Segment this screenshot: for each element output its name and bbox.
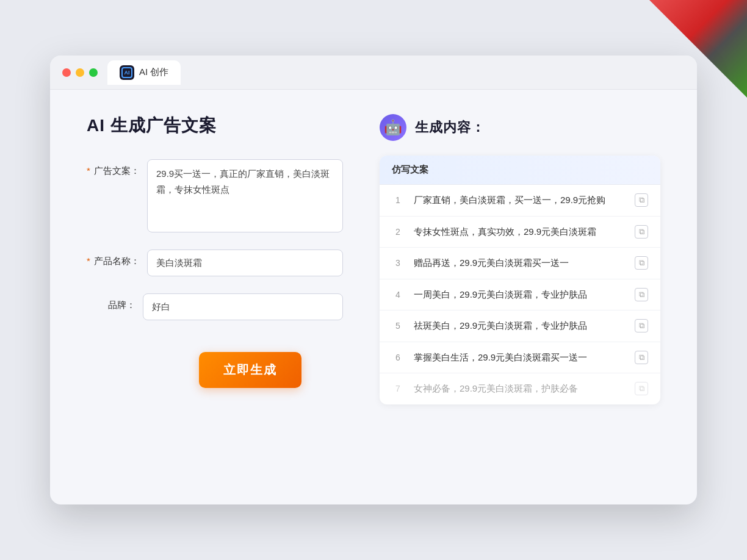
maximize-button[interactable]	[89, 68, 98, 77]
row-number: 7	[392, 384, 404, 393]
label-brand: 品牌：	[87, 293, 135, 311]
copy-icon[interactable]	[635, 256, 648, 270]
label-ad-copy: * 广告文案：	[87, 159, 140, 177]
tab-ai-creation[interactable]: AI AI 创作	[107, 60, 181, 85]
required-star-ad-copy: *	[87, 165, 90, 176]
tab-label: AI 创作	[139, 66, 168, 78]
row-text: 一周美白，29.9元美白淡斑霜，专业护肤品	[414, 288, 625, 302]
form-row-brand: 品牌：	[87, 293, 343, 320]
copy-icon[interactable]	[635, 193, 648, 207]
left-panel: AI 生成广告文案 * 广告文案： 29.9买一送一，真正的厂家直销，美白淡斑霜…	[87, 114, 343, 480]
table-row: 4一周美白，29.9元美白淡斑霜，专业护肤品	[380, 279, 660, 311]
result-header: 生成内容：	[380, 114, 660, 141]
ai-icon: AI	[121, 67, 132, 78]
copy-icon[interactable]	[635, 319, 648, 332]
table-row: 3赠品再送，29.9元美白淡斑霜买一送一	[380, 248, 660, 279]
row-number: 2	[392, 227, 404, 237]
row-text: 赠品再送，29.9元美白淡斑霜买一送一	[414, 256, 625, 270]
close-button[interactable]	[62, 68, 71, 77]
generate-button[interactable]: 立即生成	[199, 352, 301, 388]
table-row: 6掌握美白生活，29.9元美白淡斑霜买一送一	[380, 342, 660, 374]
table-row: 7女神必备，29.9元美白淡斑霜，护肤必备	[380, 373, 660, 404]
ad-copy-textarea[interactable]: 29.9买一送一，真正的厂家直销，美白淡斑霜，专抹女性斑点	[147, 159, 343, 232]
table-row: 5祛斑美白，29.9元美白淡斑霜，专业护肤品	[380, 311, 660, 342]
row-number: 4	[392, 290, 404, 300]
row-number: 6	[392, 353, 404, 362]
main-content: AI 生成广告文案 * 广告文案： 29.9买一送一，真正的厂家直销，美白淡斑霜…	[50, 90, 697, 504]
robot-icon	[380, 114, 406, 141]
result-rows-container: 1厂家直销，美白淡斑霜，买一送一，29.9元抢购2专抹女性斑点，真实功效，29.…	[380, 185, 660, 404]
row-text: 女神必备，29.9元美白淡斑霜，护肤必备	[414, 382, 625, 396]
copy-icon[interactable]	[635, 351, 648, 364]
row-text: 掌握美白生活，29.9元美白淡斑霜买一送一	[414, 351, 625, 365]
product-name-input[interactable]	[147, 249, 343, 276]
right-panel: 生成内容： 仿写文案 1厂家直销，美白淡斑霜，买一送一，29.9元抢购2专抹女性…	[380, 114, 660, 480]
copy-icon[interactable]	[635, 382, 648, 395]
brand-input[interactable]	[143, 293, 343, 320]
traffic-lights	[62, 68, 98, 77]
row-number: 1	[392, 195, 404, 205]
row-text: 祛斑美白，29.9元美白淡斑霜，专业护肤品	[414, 319, 625, 333]
title-bar: AI AI 创作	[50, 56, 697, 90]
copy-icon[interactable]	[635, 288, 648, 301]
result-table: 仿写文案 1厂家直销，美白淡斑霜，买一送一，29.9元抢购2专抹女性斑点，真实功…	[380, 156, 660, 404]
copy-icon[interactable]	[635, 225, 648, 239]
table-row: 1厂家直销，美白淡斑霜，买一送一，29.9元抢购	[380, 185, 660, 217]
required-star-product: *	[87, 256, 90, 266]
row-number: 3	[392, 258, 404, 268]
label-product-name: * 产品名称：	[87, 249, 140, 267]
tab-icon: AI	[120, 65, 134, 80]
minimize-button[interactable]	[76, 68, 84, 77]
row-text: 专抹女性斑点，真实功效，29.9元美白淡斑霜	[414, 225, 625, 239]
row-number: 5	[392, 321, 404, 331]
page-title: AI 生成广告文案	[87, 114, 343, 137]
table-row: 2专抹女性斑点，真实功效，29.9元美白淡斑霜	[380, 217, 660, 248]
row-text: 厂家直销，美白淡斑霜，买一送一，29.9元抢购	[414, 193, 625, 207]
result-title: 生成内容：	[415, 118, 485, 137]
form-row-product-name: * 产品名称：	[87, 249, 343, 276]
table-header: 仿写文案	[380, 156, 660, 185]
form-row-ad-copy: * 广告文案： 29.9买一送一，真正的厂家直销，美白淡斑霜，专抹女性斑点	[87, 159, 343, 232]
browser-window: AI AI 创作 AI 生成广告文案 * 广告文案： 29.9买一送一，真正的厂…	[50, 56, 697, 504]
